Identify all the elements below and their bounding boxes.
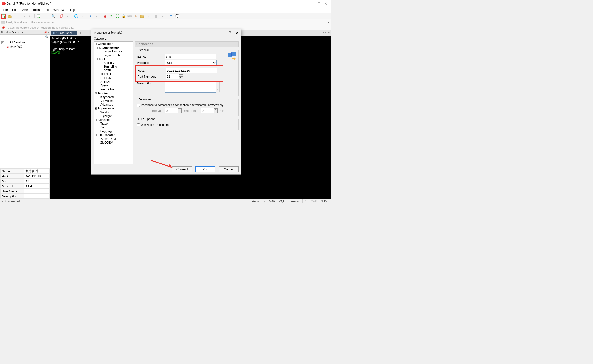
category-item[interactable]: Keyboard bbox=[94, 95, 132, 99]
spin-down[interactable]: ▼ bbox=[214, 111, 217, 113]
category-item[interactable]: Highlight bbox=[94, 114, 132, 118]
copy-dropdown[interactable]: ▾ bbox=[65, 13, 70, 19]
category-item[interactable]: Advanced bbox=[94, 103, 132, 107]
category-item[interactable]: Security bbox=[94, 61, 132, 65]
props-dropdown[interactable]: ▾ bbox=[42, 13, 47, 19]
session-search-bar[interactable]: 🔍 bbox=[0, 35, 50, 39]
spin-up[interactable]: ▲ bbox=[179, 74, 183, 77]
tree-expander[interactable]: - bbox=[1, 41, 4, 44]
chat-icon[interactable]: 💬 bbox=[175, 13, 180, 19]
maximize-button[interactable]: ☐ bbox=[317, 2, 320, 5]
category-item[interactable]: SERIAL bbox=[94, 80, 132, 84]
name-input[interactable] bbox=[165, 54, 216, 59]
link-disconnect-icon[interactable]: ⫘ bbox=[22, 13, 27, 19]
open-button[interactable] bbox=[7, 13, 12, 19]
tab-list[interactable]: ▾ bbox=[328, 31, 330, 34]
open-dropdown[interactable]: ▾ bbox=[13, 13, 19, 19]
interval-spinner[interactable]: ▲▼ bbox=[165, 108, 182, 113]
menu-help[interactable]: Help bbox=[67, 8, 77, 12]
refresh-icon[interactable]: ⟳ bbox=[109, 13, 114, 19]
menu-edit[interactable]: Edit bbox=[10, 8, 19, 12]
connect-button[interactable]: Connect bbox=[172, 166, 192, 172]
reconnect-icon[interactable]: ↻ bbox=[28, 13, 33, 19]
port-spinner[interactable]: ▲▼ bbox=[165, 74, 183, 79]
font-dropdown[interactable]: ▾ bbox=[94, 13, 99, 19]
category-item[interactable]: Tunneling bbox=[94, 65, 132, 69]
tab-prev[interactable]: ◂ bbox=[323, 31, 324, 34]
spin-up[interactable]: ▲ bbox=[214, 109, 217, 111]
category-item[interactable]: -Appearance bbox=[94, 107, 132, 110]
menu-tools[interactable]: Tools bbox=[31, 8, 42, 12]
category-item[interactable]: SFTP bbox=[94, 69, 132, 72]
session-close-button[interactable]: × bbox=[48, 31, 49, 34]
layout-icon[interactable]: ▦ bbox=[154, 13, 159, 19]
help-icon[interactable]: ? bbox=[168, 13, 174, 19]
menu-file[interactable]: File bbox=[1, 8, 10, 12]
tab-close-button[interactable]: × bbox=[74, 32, 75, 34]
description-textarea[interactable] bbox=[165, 82, 216, 92]
new-session-button[interactable] bbox=[1, 13, 6, 19]
port-input[interactable] bbox=[165, 74, 179, 79]
tab-local-shell[interactable]: 1 Local Shell × bbox=[51, 31, 77, 35]
search-icon[interactable]: 🔍 bbox=[51, 13, 56, 19]
protocol-select[interactable]: SSH bbox=[165, 60, 217, 65]
category-item[interactable]: Bell bbox=[94, 125, 132, 129]
menu-tab[interactable]: Tab bbox=[42, 8, 51, 12]
font-button[interactable]: A bbox=[88, 13, 93, 19]
dialog-help-button[interactable]: ? bbox=[229, 31, 231, 35]
interval-input[interactable] bbox=[165, 108, 178, 113]
spin-down[interactable]: ▼ bbox=[178, 111, 181, 113]
menu-window[interactable]: Window bbox=[52, 8, 66, 12]
category-item[interactable]: Trace bbox=[94, 122, 132, 125]
category-item[interactable]: Window bbox=[94, 110, 132, 114]
category-item[interactable]: -SSH bbox=[94, 57, 132, 61]
category-item[interactable]: Login Prompts bbox=[94, 50, 132, 53]
category-item[interactable]: RLOGIN bbox=[94, 76, 132, 80]
ok-button[interactable]: OK bbox=[195, 166, 215, 172]
spin-up[interactable]: ▲ bbox=[178, 109, 181, 111]
close-button[interactable]: ✕ bbox=[324, 2, 327, 5]
tab-next[interactable]: ▸ bbox=[325, 31, 327, 34]
addressbar[interactable]: Host, IP address or the session name ▾ bbox=[0, 20, 330, 25]
layout-dropdown[interactable]: ▾ bbox=[160, 13, 165, 19]
category-item[interactable]: TELNET bbox=[94, 72, 132, 76]
lock-icon[interactable]: 🔒 bbox=[121, 13, 126, 19]
category-item[interactable]: -Terminal bbox=[94, 91, 132, 95]
menu-view[interactable]: View bbox=[20, 8, 30, 12]
nagle-checkbox[interactable] bbox=[137, 124, 140, 126]
new-tab-button[interactable]: + bbox=[77, 31, 83, 35]
desc-scrollbar[interactable]: ▴▾ bbox=[216, 82, 220, 92]
folder-dropdown[interactable]: ▾ bbox=[145, 13, 151, 19]
dialog-close-button[interactable]: ✕ bbox=[236, 31, 239, 35]
category-item[interactable]: Keep Alive bbox=[94, 88, 132, 91]
session-pin-icon[interactable]: 📌 bbox=[44, 31, 47, 34]
category-item[interactable]: -Advanced bbox=[94, 118, 132, 122]
keyboard-icon[interactable]: ⌨ bbox=[127, 13, 132, 19]
category-item[interactable]: Logging bbox=[94, 129, 132, 133]
globe-button[interactable]: 🌐 bbox=[73, 13, 79, 19]
category-tree[interactable]: -Connection-AuthenticationLogin PromptsL… bbox=[94, 41, 133, 164]
globe-dropdown[interactable]: ▾ bbox=[79, 13, 85, 19]
cancel-button[interactable]: Cancel bbox=[219, 166, 239, 172]
expand-icon[interactable]: ⛶ bbox=[115, 13, 120, 19]
category-item[interactable]: -Authentication bbox=[94, 46, 132, 50]
category-item[interactable]: ZMODEM bbox=[94, 141, 132, 144]
swirl-icon[interactable]: ◉ bbox=[102, 13, 108, 19]
category-item[interactable]: Proxy bbox=[94, 84, 132, 88]
minimize-button[interactable]: — bbox=[310, 2, 313, 5]
category-item[interactable]: X/YMODEM bbox=[94, 137, 132, 141]
limit-spinner[interactable]: ▲▼ bbox=[201, 108, 217, 113]
address-dropdown[interactable]: ▾ bbox=[328, 21, 329, 24]
host-input[interactable] bbox=[165, 68, 217, 73]
category-item[interactable]: Login Scripts bbox=[94, 53, 132, 57]
copy-button[interactable] bbox=[59, 13, 64, 19]
limit-input[interactable] bbox=[201, 108, 214, 113]
reconnect-checkbox[interactable] bbox=[137, 104, 140, 107]
properties-button[interactable] bbox=[36, 13, 41, 19]
spin-down[interactable]: ▼ bbox=[179, 77, 183, 79]
category-item[interactable]: VT Modes bbox=[94, 99, 132, 103]
new-folder-button[interactable]: + bbox=[139, 13, 145, 19]
highlight-icon[interactable]: ✎ bbox=[133, 13, 138, 19]
tree-root[interactable]: - 🗀 All Sessions bbox=[0, 40, 50, 45]
category-item[interactable]: -File Transfer bbox=[94, 133, 132, 137]
